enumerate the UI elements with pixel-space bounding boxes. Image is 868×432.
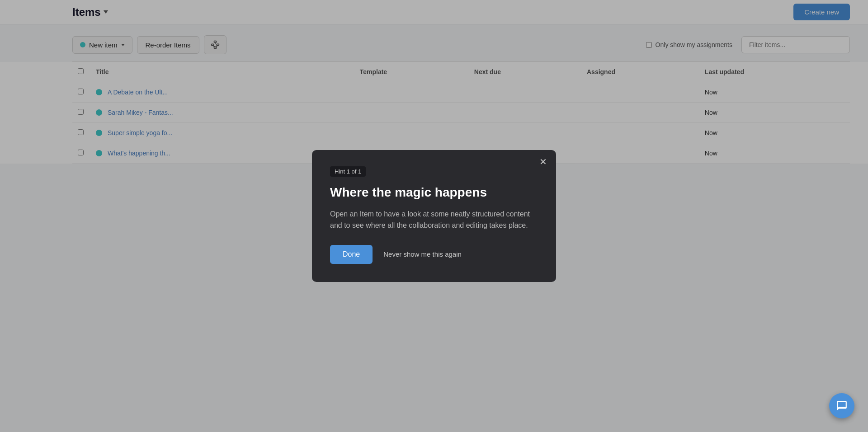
modal-title: Where the magic happens xyxy=(330,185,538,200)
modal-body: Open an Item to have a look at some neat… xyxy=(330,208,538,231)
hint-modal: Hint 1 of 1 ✕ Where the magic happens Op… xyxy=(312,150,556,282)
chat-support-button[interactable] xyxy=(829,393,854,418)
chat-icon xyxy=(836,400,848,412)
modal-overlay: Hint 1 of 1 ✕ Where the magic happens Op… xyxy=(0,0,868,432)
modal-actions: Done Never show me this again xyxy=(330,245,538,264)
done-button[interactable]: Done xyxy=(330,245,373,264)
never-show-button[interactable]: Never show me this again xyxy=(383,250,462,258)
modal-close-button[interactable]: ✕ xyxy=(539,157,547,166)
hint-badge: Hint 1 of 1 xyxy=(330,166,366,177)
